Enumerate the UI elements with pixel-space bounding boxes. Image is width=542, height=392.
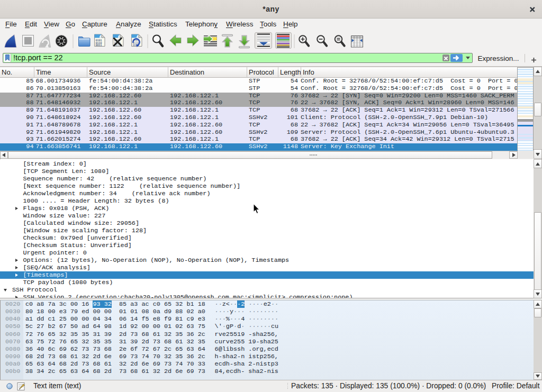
svg-text:0011: 0011 [96,44,102,47]
